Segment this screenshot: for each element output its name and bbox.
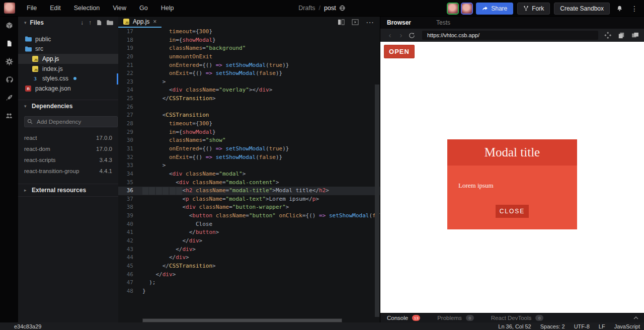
collaborator-avatar-1[interactable] <box>448 4 458 14</box>
add-dependency-input[interactable] <box>24 116 118 127</box>
code-line-35[interactable]: 35 <div className="modal-content"> <box>118 179 380 187</box>
file-index-js[interactable]: JSindex.js <box>18 64 118 74</box>
status-spaces-2[interactable]: Spaces: 2 <box>540 323 565 329</box>
sort-down-icon[interactable]: ↓ <box>80 19 84 26</box>
settings-gear-icon[interactable] <box>5 57 13 65</box>
status-ln-36-col-52[interactable]: Ln 36, Col 52 <box>498 323 531 329</box>
live-collaboration-users-icon[interactable] <box>5 112 13 120</box>
code-line-48[interactable]: 48} <box>118 287 380 296</box>
code-line-30[interactable]: 30 classNames="show" <box>118 136 380 145</box>
breadcrumb-folder[interactable]: Drafts <box>298 5 315 12</box>
file-explorer-icon[interactable] <box>5 39 13 47</box>
sort-up-icon[interactable]: ↑ <box>89 19 92 26</box>
file-styles-css[interactable]: 3styles.css <box>18 73 118 84</box>
code-line-39[interactable]: 39 <button className="button" onClick={(… <box>118 212 380 220</box>
code-line-20[interactable]: 20 unmountOnExit <box>118 53 380 61</box>
editor-more-icon[interactable]: ⋯ <box>366 18 374 27</box>
code-line-37[interactable]: 37 <p className="modal-text">Lorem ipsum… <box>118 195 380 204</box>
code-line-27[interactable]: 27 <CSSTransition <box>118 111 380 120</box>
code-line-45[interactable]: 45 </CSSTransition> <box>118 262 380 271</box>
tab-appjs[interactable]: JS App.js × <box>118 17 162 28</box>
code-line-40[interactable]: 40 Close <box>118 220 380 229</box>
code-line-31[interactable]: 31 onEntered={() => setShowModal(true)} <box>118 145 380 153</box>
vertical-scrollbar[interactable] <box>375 85 379 317</box>
code-line-29[interactable]: 29 in={showModal} <box>118 128 380 137</box>
code-line-32[interactable]: 32 onExit={() => setShowModal(false)} <box>118 153 380 162</box>
preview-tab-tests[interactable]: Tests <box>436 19 450 26</box>
back-icon[interactable]: ‹ <box>385 29 394 41</box>
refresh-icon[interactable] <box>409 32 415 39</box>
github-icon[interactable] <box>5 75 13 84</box>
close-button[interactable]: CLOSE <box>496 205 529 218</box>
code-line-18[interactable]: 18 in={showModal} <box>118 36 380 45</box>
code-line-41[interactable]: 41 </button> <box>118 228 380 237</box>
code-line-24[interactable]: 24 <div className="overlay"></div> <box>118 86 380 95</box>
dependency-react-transition-group[interactable]: react-transition-group4.4.1 <box>18 166 118 177</box>
dependency-react-dom[interactable]: react-dom17.0.0 <box>18 143 118 154</box>
file-app-js[interactable]: JSApp.js <box>18 54 118 64</box>
project-cube-icon[interactable] <box>5 21 13 29</box>
notifications-bell-icon[interactable] <box>614 5 625 12</box>
code-line-26[interactable]: 26 <box>118 103 380 112</box>
code-line-44[interactable]: 44 </div> <box>118 254 380 262</box>
menu-view[interactable]: View <box>106 0 133 17</box>
file-src[interactable]: src <box>18 44 118 54</box>
dependencies-header[interactable]: ▾ Dependencies <box>18 100 118 112</box>
open-in-new-window-icon[interactable] <box>631 32 639 38</box>
code-line-34[interactable]: 34 <div className="modal"> <box>118 170 380 179</box>
expand-console-icon[interactable] <box>633 316 638 319</box>
open-button[interactable]: OPEN <box>384 45 415 58</box>
forward-icon[interactable]: › <box>396 29 406 41</box>
responsive-mode-icon[interactable] <box>604 32 611 39</box>
code-line-42[interactable]: 42 </div> <box>118 237 380 245</box>
code-line-38[interactable]: 38 <div className="button-wrapper"> <box>118 203 380 212</box>
status-utf-8[interactable]: UTF-8 <box>574 323 590 329</box>
dependency-react[interactable]: react17.0.0 <box>18 132 118 143</box>
console-tab-react-devtools[interactable]: React DevTools0 <box>491 315 544 321</box>
new-file-icon[interactable] <box>97 20 102 26</box>
code-line-28[interactable]: 28 timeout={300} <box>118 120 380 128</box>
user-avatar-logo[interactable] <box>4 3 15 14</box>
code-line-21[interactable]: 21 onEntered={() => setShowModal(true)} <box>118 61 380 70</box>
file-public[interactable]: public <box>18 34 118 44</box>
preview-toggle-icon[interactable] <box>352 19 359 25</box>
fork-button[interactable]: Fork <box>517 3 550 15</box>
code-area[interactable]: 17 timeout={300}18 in={showModal}19 clas… <box>118 28 380 296</box>
create-sandbox-button[interactable]: Create Sandbox <box>554 3 610 15</box>
code-line-19[interactable]: 19 classNames="background" <box>118 44 380 53</box>
close-tab-icon[interactable]: × <box>153 18 156 25</box>
code-line-33[interactable]: 33 > <box>118 161 380 170</box>
code-line-46[interactable]: 46 </div> <box>118 271 380 279</box>
dependency-react-scripts[interactable]: react-scripts3.4.3 <box>18 154 118 166</box>
menu-go[interactable]: Go <box>133 0 154 17</box>
share-button[interactable]: Share <box>476 3 513 15</box>
new-folder-icon[interactable] <box>107 20 113 25</box>
file-package-json[interactable]: npackage.json <box>18 84 118 94</box>
code-line-17[interactable]: 17 timeout={300} <box>118 28 380 36</box>
code-line-36[interactable]: 36 <h2 className="modal-title">Modal tit… <box>118 187 380 195</box>
code-line-25[interactable]: 25 </CSSTransition> <box>118 95 380 103</box>
status-lf[interactable]: LF <box>599 323 605 329</box>
files-header[interactable]: ▾ Files ↓ ↑ <box>18 17 118 29</box>
code-line-22[interactable]: 22 onExit={() => setShowModal(false)} <box>118 69 380 78</box>
external-resources-header[interactable]: ▸ External resources <box>18 184 118 196</box>
console-tab-console[interactable]: Console13 <box>387 315 420 321</box>
more-options-icon[interactable]: ⋮ <box>629 5 640 13</box>
menu-edit[interactable]: Edit <box>43 0 67 17</box>
deployment-rocket-icon[interactable] <box>5 94 13 102</box>
code-line-23[interactable]: 23 > <box>118 78 380 87</box>
preview-tab-browser[interactable]: Browser <box>387 19 411 26</box>
url-bar[interactable] <box>422 31 598 40</box>
console-tab-problems[interactable]: Problems0 <box>437 315 474 321</box>
menu-file[interactable]: File <box>20 0 43 17</box>
code-line-43[interactable]: 43 </div> <box>118 245 380 254</box>
duplicate-preview-icon[interactable] <box>618 32 625 39</box>
split-editor-icon[interactable] <box>338 19 345 25</box>
horizontal-scrollbar[interactable] <box>142 318 342 322</box>
code-line-47[interactable]: 47 ); <box>118 279 380 287</box>
collaborator-avatar-2[interactable] <box>462 4 472 14</box>
sandbox-title[interactable]: post <box>324 5 336 12</box>
menu-help[interactable]: Help <box>154 0 181 17</box>
status-javascript[interactable]: JavaScript <box>614 323 640 329</box>
menu-selection[interactable]: Selection <box>67 0 106 17</box>
